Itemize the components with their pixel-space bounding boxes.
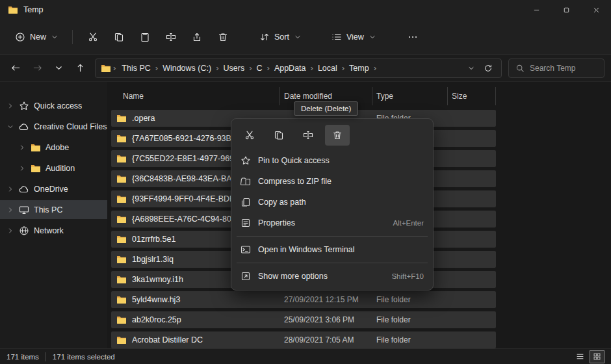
compress-to-zip-icon <box>240 176 251 187</box>
menu-item-label: Compress to ZIP file <box>258 177 332 186</box>
copy-button[interactable] <box>107 27 131 47</box>
sidebar-item-label: OneDrive <box>34 185 68 194</box>
details-view-button[interactable] <box>573 350 588 363</box>
rename-icon <box>303 130 313 140</box>
thumbnails-view-button[interactable] <box>590 350 604 363</box>
up-button[interactable] <box>71 59 89 77</box>
breadcrumb-item-4[interactable]: AppData <box>270 62 310 75</box>
view-button[interactable]: View <box>326 27 382 47</box>
sidebar-item-network[interactable]: Network <box>0 221 107 240</box>
copy-button[interactable] <box>266 125 291 146</box>
new-button[interactable]: New <box>9 27 64 47</box>
rename-button[interactable] <box>296 125 320 146</box>
breadcrumb-item-6[interactable]: Temp <box>345 62 373 75</box>
chevron-down-icon <box>369 33 376 41</box>
column-header-name[interactable]: Name <box>111 87 280 105</box>
sidebar-item-onedrive[interactable]: OneDrive <box>0 179 107 198</box>
folder-icon <box>101 63 111 73</box>
sidebar-item-audition[interactable]: Audition <box>0 159 107 177</box>
column-header-type[interactable]: Type <box>372 87 448 105</box>
cut-icon <box>244 130 255 140</box>
share-button[interactable] <box>185 27 209 47</box>
breadcrumb-item-0[interactable]: This PC <box>118 62 154 75</box>
properties-icon <box>240 218 251 228</box>
sort-button[interactable]: Sort <box>254 27 307 47</box>
chevron-right-icon[interactable] <box>6 185 14 193</box>
menu-item-pin-to-quick-access[interactable]: Pin to Quick access <box>235 150 430 171</box>
menu-item-label: Copy as path <box>258 198 306 207</box>
file-date-modified: 28/09/2021 7:05 AM <box>280 335 372 344</box>
navigation-bar: › This PC›Windows (C:)›Users›C›AppData›L… <box>0 55 611 82</box>
sidebar-item-quick-access[interactable]: Quick access <box>0 96 107 115</box>
see-more-icon <box>408 32 418 42</box>
cloud-icon <box>19 122 29 132</box>
see-more-button[interactable] <box>400 27 425 47</box>
minimize-button[interactable] <box>521 0 551 20</box>
view-button-label: View <box>346 32 364 42</box>
sort-icon <box>259 32 270 42</box>
refresh-icon <box>484 64 493 73</box>
rename-button[interactable] <box>159 27 183 47</box>
delete-button[interactable] <box>325 125 350 146</box>
column-header-size[interactable]: Size <box>448 87 496 105</box>
sidebar-item-label: Creative Cloud Files <box>34 122 107 131</box>
close-button[interactable] <box>581 0 611 20</box>
breadcrumb-item-3[interactable]: C <box>253 62 266 75</box>
forward-button[interactable] <box>28 59 46 77</box>
menu-item-properties[interactable]: PropertiesAlt+Enter <box>235 213 430 233</box>
chevron-down-icon <box>294 33 302 41</box>
status-selection-count: 171 items selected <box>53 353 115 361</box>
back-button[interactable] <box>6 59 25 77</box>
folder-icon <box>116 294 127 305</box>
chevron-down-icon <box>467 64 475 72</box>
chevron-down-icon[interactable] <box>6 123 14 131</box>
chevron-right-icon[interactable] <box>18 164 26 172</box>
address-bar[interactable]: › This PC›Windows (C:)›Users›C›AppData›L… <box>95 58 502 78</box>
minimize-icon <box>532 6 541 14</box>
table-row[interactable]: Acrobat Distiller DC28/09/2021 7:05 AMFi… <box>111 332 496 348</box>
thumbnails-view-icon <box>593 352 601 361</box>
table-row[interactable]: ab2k0roc.25p25/09/2021 3:06 PMFile folde… <box>111 311 496 328</box>
cut-button[interactable] <box>237 125 262 146</box>
folder-icon <box>31 163 41 174</box>
folder-icon <box>116 113 127 124</box>
file-name: .opera <box>132 114 155 123</box>
menu-item-label: Properties <box>258 218 295 228</box>
search-input[interactable] <box>530 64 597 73</box>
file-name: 1bgjslr1.3iq <box>132 255 174 264</box>
breadcrumb-item-2[interactable]: Users <box>220 62 249 75</box>
recent-locations-button[interactable] <box>49 59 68 77</box>
menu-item-show-more-options[interactable]: Show more optionsShift+F10 <box>235 266 430 287</box>
menu-divider <box>237 236 428 237</box>
toolbar-separator <box>72 30 73 44</box>
breadcrumb-item-5[interactable]: Local <box>314 62 341 75</box>
sidebar-item-adobe[interactable]: Adobe <box>0 138 107 157</box>
breadcrumb-item-1[interactable]: Windows (C:) <box>159 62 215 75</box>
delete-button[interactable] <box>211 27 235 47</box>
folder-icon <box>116 335 127 345</box>
table-row[interactable]: 5yld4wnw.hj327/09/2021 12:15 PMFile fold… <box>111 291 496 308</box>
chevron-right-icon[interactable] <box>6 227 14 235</box>
paste-icon <box>140 32 150 42</box>
menu-item-compress-to-zip[interactable]: Compress to ZIP file <box>235 171 430 192</box>
open-in-windows-terminal-icon <box>240 244 251 255</box>
maximize-button[interactable] <box>551 0 581 20</box>
context-menu-quick-actions <box>235 122 430 150</box>
delete-icon <box>218 32 228 42</box>
breadcrumb-separator: › <box>112 63 116 73</box>
chevron-right-icon[interactable] <box>6 102 14 110</box>
chevron-right-icon[interactable] <box>18 144 26 151</box>
sidebar-item-this-pc[interactable]: This PC <box>0 200 107 219</box>
cut-button[interactable] <box>81 27 105 47</box>
folder-icon <box>116 234 127 244</box>
file-name: 5yld4wnw.hj3 <box>132 295 180 304</box>
menu-divider <box>237 263 428 263</box>
refresh-button[interactable] <box>480 60 496 76</box>
menu-item-copy-as-path[interactable]: Copy as path <box>235 192 430 213</box>
menu-item-open-in-windows-terminal[interactable]: Open in Windows Terminal <box>235 239 430 260</box>
sidebar-item-creative-cloud-files[interactable]: Creative Cloud Files <box>0 117 107 136</box>
address-dropdown-button[interactable] <box>463 60 479 76</box>
menu-item-shortcut: Shift+F10 <box>391 272 424 280</box>
chevron-right-icon[interactable] <box>6 206 14 214</box>
paste-button[interactable] <box>133 27 157 47</box>
